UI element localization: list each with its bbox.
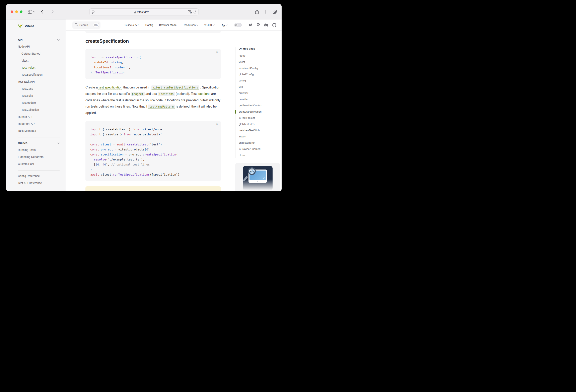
reader-view-icon[interactable]	[91, 10, 95, 14]
translate-language-icon: x̄A	[222, 23, 225, 27]
sidebar-toggle-icon[interactable]	[28, 10, 32, 14]
toc-item-vitest[interactable]: vitest	[239, 59, 282, 65]
chevron-down-icon	[57, 38, 59, 41]
toc-item-getprovidedcontext[interactable]: getProvidedContext	[239, 102, 282, 109]
sidebar-item-testspecification[interactable]: TestSpecification	[22, 71, 59, 78]
share-icon[interactable]	[255, 10, 259, 14]
site-navbar: Search ⌘K Guide & APIConfigBrowser ModeR…	[66, 19, 282, 31]
text-run: and test	[144, 92, 158, 95]
sidebar-item-running-tests[interactable]: Running Tests	[18, 147, 59, 153]
toc-list: namevitestserializedConfigglobalConfigco…	[239, 53, 282, 158]
minimize-window-button[interactable]	[15, 10, 18, 13]
nav-link-guide-api[interactable]: Guide & API	[125, 24, 139, 27]
inline-link[interactable]: locations	[198, 92, 210, 95]
nav-links: Guide & APIConfigBrowser ModeResourcesv3…	[125, 24, 215, 27]
sidebar-item-getting-started[interactable]: Getting Started	[22, 50, 59, 57]
on-this-page: On this page namevitestserializedConfigg…	[235, 31, 282, 191]
window-controls	[11, 10, 23, 13]
sidebar-section-guides[interactable]: Guides	[18, 139, 59, 147]
bluesky-icon[interactable]	[248, 23, 252, 27]
navbar-divider	[245, 23, 245, 28]
toc-item-browser[interactable]: browser	[239, 90, 282, 96]
toc-item-globalconfig[interactable]: globalConfig	[239, 71, 282, 77]
sidebar-divider	[18, 137, 59, 137]
sidebar-item-test-api-reference[interactable]: Test API Reference	[18, 180, 59, 186]
toc-item-globtestfiles[interactable]: globTestFiles	[239, 121, 282, 127]
toc-item-name[interactable]: name	[239, 53, 282, 59]
browser-window: vitest.dev Ax	[6, 4, 282, 191]
toc-item-isrootproject[interactable]: isRootProject	[239, 115, 282, 121]
toc-item-createspecification[interactable]: createSpecification	[239, 109, 282, 115]
toc-item-serializedconfig[interactable]: serializedConfig	[239, 65, 282, 71]
sidebar-item-config-reference[interactable]: Config Reference	[18, 173, 59, 180]
address-bar[interactable]: vitest.dev Ax	[89, 8, 199, 15]
nav-link-label: Config	[145, 24, 153, 27]
sidebar-item-custom-pool[interactable]: Custom Pool	[18, 160, 59, 168]
code-language-badge: ts	[216, 122, 218, 125]
sidebar-item-task-metadata[interactable]: Task Metadata	[18, 127, 59, 134]
sidebar-group-label: Test Task API	[18, 78, 59, 85]
theme-toggle[interactable]	[234, 23, 242, 27]
sidebar-item-reporters-api[interactable]: Reporters API	[18, 120, 59, 127]
inline-codelink[interactable]: testNamePattern	[148, 105, 175, 109]
close-window-button[interactable]	[11, 10, 13, 13]
code-lines: import { createVitest } from 'vitest/nod…	[90, 127, 216, 177]
toc-item-config[interactable]: config	[239, 77, 282, 84]
nav-link-label: v3.0.0	[204, 24, 212, 27]
github-icon[interactable]	[272, 23, 276, 27]
translate-icon[interactable]: Ax	[188, 10, 192, 14]
sponsor-card[interactable]: </>	[235, 163, 280, 191]
sidebar-item-runner-api[interactable]: Runner API	[18, 113, 59, 120]
toc-item-ontestsrerun[interactable]: onTestsRerun	[239, 140, 282, 146]
text-run: Create a	[86, 86, 99, 89]
mastodon-icon[interactable]	[256, 23, 260, 27]
back-button[interactable]	[41, 10, 43, 14]
sidebar-item-testcollection[interactable]: TestCollection	[22, 106, 59, 113]
sidebar-chevron-icon[interactable]	[33, 11, 35, 12]
previous-code-block-edge	[86, 31, 221, 33]
sidebar-section-label: Guides	[18, 141, 27, 145]
sidebar-group-label: Node API	[18, 43, 59, 50]
text-run: that can be used in	[122, 86, 151, 89]
toc-item-provide[interactable]: provide	[239, 96, 282, 102]
discord-icon[interactable]	[264, 24, 268, 27]
browser-toolbar: vitest.dev Ax	[6, 4, 282, 19]
search-shortcut: ⌘K	[93, 23, 99, 27]
nav-link-browser-mode[interactable]: Browser Mode	[159, 24, 177, 27]
chevron-down-icon	[197, 25, 198, 26]
article: createSpecification ts function createSp…	[86, 31, 221, 191]
toc-item-isbrowserenabled[interactable]: isBrowserEnabled	[239, 146, 282, 152]
toc-item-close[interactable]: close	[239, 152, 282, 158]
forward-button[interactable]	[52, 10, 54, 14]
sidebar-divider	[18, 170, 59, 171]
chevron-down-icon	[213, 25, 215, 26]
sidebar-section-label: API	[18, 38, 23, 41]
brand-name: Vitest	[25, 24, 34, 28]
new-tab-icon[interactable]	[264, 10, 267, 14]
toc-item-matchestestglob[interactable]: matchesTestGlob	[239, 127, 282, 133]
sidebar: Vitest APINode APIGetting StartedVitestT…	[6, 19, 66, 191]
nav-link-config[interactable]: Config	[145, 24, 153, 27]
inline-link[interactable]: test specification	[99, 86, 122, 89]
toc-item-vite[interactable]: vite	[239, 84, 282, 90]
code-lines: function createSpecification( moduleId: …	[90, 55, 216, 75]
search-input[interactable]: Search ⌘K	[72, 22, 100, 29]
inline-code: locations	[158, 92, 175, 96]
nav-link-v3-0-0[interactable]: v3.0.0	[204, 24, 215, 27]
sidebar-item-extending-reporters[interactable]: Extending Reporters	[18, 153, 59, 160]
zoom-window-button[interactable]	[20, 10, 23, 13]
toc-item-import[interactable]: import	[239, 133, 282, 140]
brand[interactable]: Vitest	[18, 22, 59, 31]
tab-overview-icon[interactable]	[273, 10, 277, 14]
sidebar-item-testsuite[interactable]: TestSuite	[22, 92, 59, 99]
inline-codelink[interactable]: vitest.runTestSpecifications	[151, 86, 199, 90]
magnifier-handle	[243, 176, 248, 182]
nav-link-resources[interactable]: Resources	[183, 24, 199, 27]
reload-icon[interactable]	[193, 10, 196, 14]
sidebar-item-vitest[interactable]: Vitest	[22, 57, 59, 64]
sidebar-item-testmodule[interactable]: TestModule	[22, 99, 59, 106]
language-menu[interactable]: x̄A	[222, 23, 228, 27]
sidebar-item-testproject[interactable]: TestProject	[22, 64, 59, 71]
sidebar-item-testcase[interactable]: TestCase	[22, 85, 59, 92]
sidebar-section-api[interactable]: API	[18, 36, 59, 43]
